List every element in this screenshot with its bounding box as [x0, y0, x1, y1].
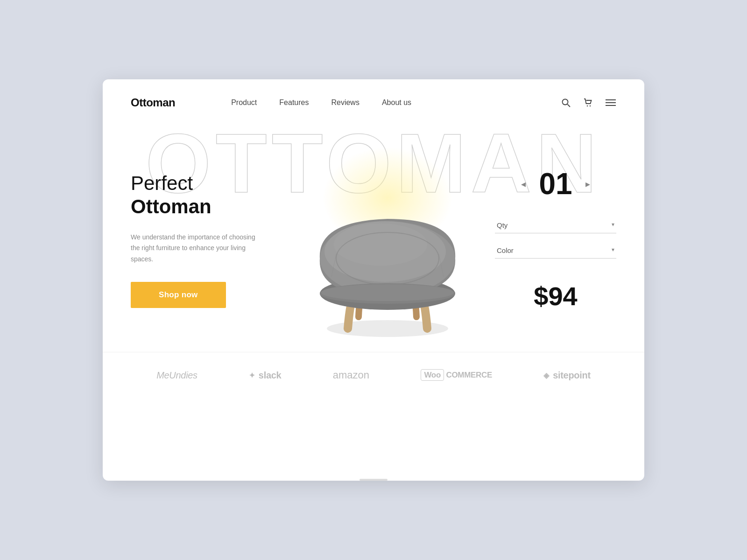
svg-point-16 [321, 284, 454, 301]
color-dropdown-wrapper: Color Gray Black Beige [495, 243, 616, 259]
brand-woocommerce: Woo COMMERCE [421, 371, 492, 380]
brand-meundies-label: MeUndies [156, 370, 197, 381]
counter-row: ◂ 01 ▸ [521, 169, 590, 199]
navbar: Ottoman Product Features Reviews About u… [103, 79, 644, 119]
product-image-area [280, 119, 495, 343]
menu-icon[interactable] [605, 97, 616, 108]
nav-about[interactable]: About us [382, 98, 411, 107]
cart-icon[interactable] [583, 97, 594, 108]
svg-point-3 [590, 105, 591, 106]
nav-product[interactable]: Product [231, 98, 257, 107]
brand-woocommerce-label: Woo COMMERCE [421, 371, 492, 380]
nav-features[interactable]: Features [279, 98, 309, 107]
nav-links: Product Features Reviews About us [231, 98, 560, 107]
scroll-indicator [359, 479, 388, 481]
right-panel: ◂ 01 ▸ Qty 1 2 3 Color Gray Black Beige [495, 150, 616, 311]
logo: Ottoman [131, 96, 175, 109]
tagline: Perfect Ottoman [131, 172, 280, 219]
left-panel: Perfect Ottoman We understand the import… [131, 153, 280, 308]
brand-slack: ✦ slack [249, 370, 281, 381]
browser-window: Ottoman Product Features Reviews About u… [103, 79, 644, 481]
shop-now-button[interactable]: Shop now [131, 282, 226, 308]
nav-icons [560, 97, 616, 108]
brand-amazon: amazon [333, 369, 369, 381]
description: We understand the importance of choosing… [131, 232, 257, 265]
brand-amazon-label: amazon [333, 369, 369, 381]
counter-prev-button[interactable]: ◂ [521, 178, 526, 189]
svg-point-11 [334, 224, 427, 266]
slack-icon: ✦ [249, 371, 255, 380]
counter-next-button[interactable]: ▸ [585, 178, 590, 189]
brand-meundies: MeUndies [156, 370, 197, 381]
product-image [289, 147, 486, 343]
search-icon[interactable] [560, 97, 571, 108]
color-select[interactable]: Color Gray Black Beige [495, 243, 616, 259]
brands-bar: MeUndies ✦ slack amazon Woo COMMERCE ◈ s… [103, 352, 644, 400]
main-content: Perfect Ottoman We understand the import… [103, 109, 644, 352]
svg-point-2 [587, 105, 588, 106]
counter-value: 01 [539, 169, 572, 199]
product-price: $94 [534, 281, 577, 311]
qty-select[interactable]: Qty 1 2 3 [495, 217, 616, 233]
svg-line-1 [568, 105, 571, 107]
brand-sitepoint: ◈ sitepoint [543, 370, 590, 381]
qty-dropdown-wrapper: Qty 1 2 3 [495, 217, 616, 233]
svg-point-0 [563, 99, 568, 105]
sitepoint-icon: ◈ [543, 371, 549, 380]
tagline-line2: Ottoman [131, 195, 280, 218]
nav-reviews[interactable]: Reviews [331, 98, 359, 107]
brand-sitepoint-label: sitepoint [553, 370, 591, 381]
brand-slack-label: slack [259, 370, 282, 381]
tagline-line1: Perfect [131, 172, 193, 194]
